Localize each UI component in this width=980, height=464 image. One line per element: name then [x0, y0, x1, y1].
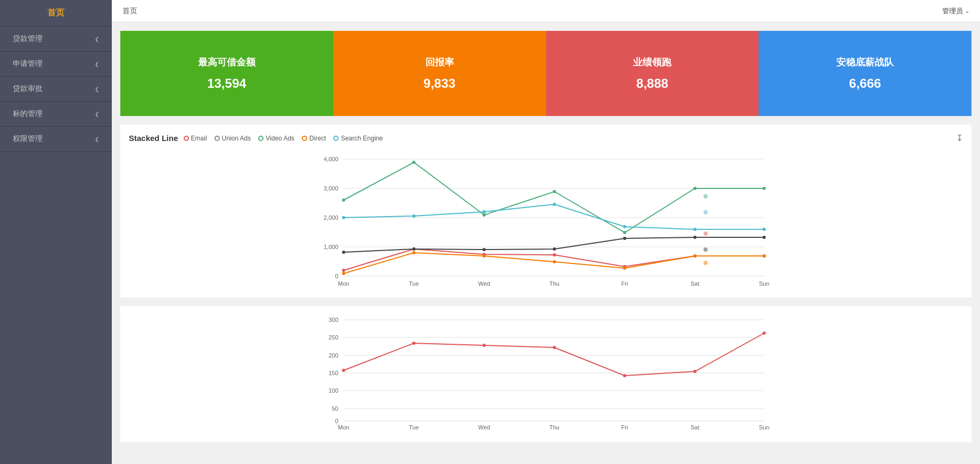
chevron-down-icon: ❮ — [95, 136, 99, 142]
svg-text:200: 200 — [328, 352, 338, 359]
svg-point-48 — [553, 203, 556, 206]
svg-point-50 — [694, 228, 697, 231]
svg-text:150: 150 — [328, 370, 338, 376]
stat-card-value: 8,888 — [636, 76, 668, 91]
svg-point-26 — [483, 248, 486, 251]
svg-text:250: 250 — [328, 334, 338, 341]
sidebar-item-loan-management[interactable]: 贷款管理 ❮ — [0, 27, 112, 52]
stat-card-max-loan: 最高可借金额 13,594 — [120, 31, 333, 116]
svg-text:Wed: Wed — [478, 424, 490, 430]
main-content: 首页 管理员 ⌄ 最高可借金额 13,594 回报率 9,833 业绩领跑 8,… — [112, 0, 980, 464]
breadcrumb: 首页 — [122, 6, 137, 16]
legend-label-video-ads: Video Ads — [266, 135, 294, 142]
svg-point-27 — [553, 247, 556, 251]
stat-card-title: 业绩领跑 — [633, 56, 671, 69]
svg-point-82 — [623, 374, 627, 377]
line-chart2: 300 250 200 150 100 50 0 Mon Tue Wed Thu… — [129, 314, 963, 434]
svg-text:Thu: Thu — [549, 280, 559, 287]
legend-dot-union-ads — [215, 136, 220, 141]
user-menu[interactable]: 管理员 ⌄ — [942, 6, 969, 16]
legend-direct: Direct — [302, 135, 326, 142]
svg-point-78 — [342, 369, 345, 372]
sidebar-item-label: 申请管理 — [13, 59, 43, 69]
chevron-down-icon: ⌄ — [965, 8, 969, 14]
chevron-down-icon: ❮ — [95, 36, 99, 42]
svg-point-32 — [413, 161, 416, 164]
line-chart2-svg: 300 250 200 150 100 50 0 Mon Tue Wed Thu… — [129, 314, 963, 432]
chevron-down-icon: ❮ — [95, 86, 99, 92]
svg-point-30 — [763, 236, 766, 239]
legend-dot-video-ads — [258, 136, 263, 141]
legend-dot-search-engine — [333, 136, 339, 141]
svg-point-83 — [694, 370, 697, 373]
sidebar: 首页 贷款管理 ❮ 申请管理 ❮ 贷款审批 ❮ 标的管理 ❮ 权限管理 ❮ — [0, 0, 112, 464]
svg-text:Sun: Sun — [759, 280, 770, 287]
svg-point-35 — [623, 231, 627, 234]
svg-point-79 — [413, 342, 416, 345]
download-icon[interactable]: ↧ — [956, 133, 963, 143]
svg-text:Tue: Tue — [409, 424, 419, 430]
stat-card-value: 6,666 — [849, 76, 881, 91]
svg-point-40 — [483, 254, 486, 258]
svg-point-53 — [704, 210, 708, 214]
svg-point-43 — [694, 254, 697, 258]
stat-card-performance: 业绩领跑 8,888 — [546, 31, 759, 116]
svg-point-20 — [553, 253, 556, 256]
svg-text:Sun: Sun — [759, 424, 770, 430]
legend-label-union-ads: Union Ads — [222, 135, 251, 142]
legend-dot-email — [184, 136, 189, 141]
svg-point-84 — [763, 332, 766, 335]
svg-point-55 — [704, 247, 708, 252]
svg-text:Tue: Tue — [409, 280, 419, 287]
svg-text:1,000: 1,000 — [324, 244, 339, 250]
svg-point-41 — [553, 260, 556, 263]
svg-text:4,000: 4,000 — [324, 156, 339, 162]
svg-point-37 — [763, 187, 766, 190]
sidebar-item-label: 权限管理 — [13, 134, 43, 144]
legend-label-email: Email — [191, 135, 207, 142]
sidebar-item-target-management[interactable]: 标的管理 ❮ — [0, 102, 112, 127]
chart-header: Stacked Line Email Union Ads Video Ads D… — [129, 133, 963, 143]
sidebar-item-permission-management[interactable]: 权限管理 ❮ — [0, 127, 112, 152]
sidebar-item-label: 贷款管理 — [13, 34, 43, 44]
svg-point-24 — [342, 251, 345, 254]
stat-card-return-rate: 回报率 9,833 — [333, 31, 546, 116]
svg-point-46 — [413, 214, 416, 218]
svg-point-31 — [342, 198, 345, 202]
svg-text:50: 50 — [332, 405, 338, 412]
chevron-down-icon: ❮ — [95, 111, 99, 117]
svg-text:Wed: Wed — [478, 280, 490, 287]
svg-text:Mon: Mon — [338, 280, 349, 287]
svg-point-39 — [413, 251, 416, 254]
legend-email: Email — [184, 135, 207, 142]
chart-title: Stacked Line — [129, 134, 178, 143]
svg-point-36 — [694, 187, 697, 190]
svg-point-45 — [342, 216, 345, 219]
stat-card-value: 13,594 — [207, 76, 246, 91]
stacked-line-svg: 4,000 3,000 2,000 1,000 0 Mon Tue Wed Th… — [129, 148, 963, 287]
sidebar-item-loan-approval[interactable]: 贷款审批 ❮ — [0, 77, 112, 102]
svg-point-25 — [413, 247, 416, 251]
svg-text:0: 0 — [335, 418, 338, 424]
svg-text:0: 0 — [335, 273, 338, 279]
svg-point-81 — [553, 346, 556, 349]
stat-cards: 最高可借金额 13,594 回报率 9,833 业绩领跑 8,888 安稳底薪战… — [120, 31, 971, 116]
svg-text:Mon: Mon — [338, 424, 349, 430]
legend-union-ads: Union Ads — [215, 135, 251, 142]
stat-card-value: 9,833 — [424, 76, 456, 91]
svg-point-38 — [342, 272, 345, 275]
legend-search-engine: Search Engine — [333, 135, 383, 142]
svg-text:Fri: Fri — [621, 280, 628, 287]
stacked-line-chart-area: Stacked Line Email Union Ads Video Ads D… — [120, 125, 971, 297]
svg-text:Sat: Sat — [690, 424, 699, 430]
sidebar-item-apply-management[interactable]: 申请管理 ❮ — [0, 52, 112, 77]
legend-label-search-engine: Search Engine — [341, 135, 383, 142]
svg-point-34 — [553, 190, 556, 193]
svg-text:Sat: Sat — [690, 280, 699, 287]
svg-point-29 — [694, 236, 697, 239]
svg-point-44 — [763, 254, 766, 258]
svg-point-54 — [704, 231, 708, 236]
stacked-line-chart: 4,000 3,000 2,000 1,000 0 Mon Tue Wed Th… — [129, 148, 963, 289]
sidebar-item-label: 贷款审批 — [13, 84, 43, 94]
sidebar-item-label: 标的管理 — [13, 109, 43, 119]
